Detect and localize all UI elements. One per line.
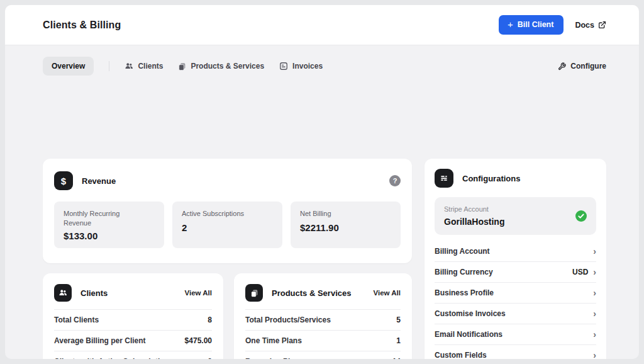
row-value: 2 <box>208 357 212 359</box>
config-label: Business Profile <box>435 288 494 297</box>
clients-title: Clients <box>80 288 108 298</box>
tab-invoices-label: Invoices <box>292 62 323 71</box>
list-item: Total Clients 8 <box>54 310 212 331</box>
users-icon <box>125 62 133 71</box>
row-value: 1 <box>396 336 401 345</box>
plus-icon: + <box>508 21 513 28</box>
products-stats-list: Total Products/Services 5 One Time Plans… <box>245 309 401 359</box>
config-label: Billing Currency <box>435 268 493 276</box>
config-item-customise-invoices[interactable]: Customise Invoices › <box>435 304 596 324</box>
chevron-right-icon: › <box>593 268 596 276</box>
list-item: Total Products/Services 5 <box>245 310 401 331</box>
revenue-card-header: $ Revenue ? <box>54 171 401 190</box>
page-header: Clients & Billing + Bill Client Docs <box>5 5 639 45</box>
config-label: Customise Invoices <box>435 309 506 318</box>
stat-label: Net Billing <box>300 209 375 219</box>
tab-overview[interactable]: Overview <box>43 57 94 76</box>
users-icon <box>54 284 72 302</box>
row-label: One Time Plans <box>245 336 302 345</box>
chevron-right-icon: › <box>593 288 596 297</box>
products-card-header: Products & Services View All <box>245 284 401 302</box>
configurations-card-header: Configurations <box>435 169 596 188</box>
clients-view-all-link[interactable]: View All <box>185 289 212 297</box>
chevron-right-icon: › <box>593 247 596 256</box>
chevron-right-icon: › <box>593 309 596 318</box>
stat-monthly-recurring-revenue: Monthly Recurring Revenue $133.00 <box>54 202 164 248</box>
configurations-card: Configurations Stripe Account GorillaHos… <box>425 159 606 359</box>
row-value: 5 <box>396 316 401 324</box>
row-value: 8 <box>208 316 212 324</box>
revenue-stats: Monthly Recurring Revenue $133.00 Active… <box>54 202 401 248</box>
products-title: Products & Services <box>272 288 351 298</box>
list-item: Average Billing per Client $475.00 <box>54 331 212 351</box>
stripe-account-label: Stripe Account <box>444 205 575 213</box>
tabs: Overview Clients Products & Services Inv <box>43 57 323 76</box>
config-value: USD <box>572 268 588 276</box>
external-link-icon <box>598 21 606 29</box>
clients-card: Clients View All Total Clients 8 Average… <box>43 273 223 359</box>
tab-separator <box>109 61 109 71</box>
stat-value: 2 <box>182 222 273 233</box>
list-item: Clients with Active Subscriptions 2 <box>54 351 212 359</box>
tab-products-label: Products & Services <box>191 62 264 71</box>
help-icon[interactable]: ? <box>389 175 401 186</box>
tab-products-services[interactable]: Products & Services <box>178 62 264 71</box>
tab-clients[interactable]: Clients <box>125 62 163 71</box>
check-circle-icon <box>575 210 587 222</box>
stripe-account-box[interactable]: Stripe Account GorillaHosting <box>435 197 596 235</box>
revenue-card: $ Revenue ? Monthly Recurring Revenue $1… <box>43 159 412 263</box>
row-label: Average Billing per Client <box>54 336 146 345</box>
stat-value: $2211.90 <box>300 222 391 233</box>
header-actions: + Bill Client Docs <box>499 15 606 35</box>
revenue-title: Revenue <box>82 176 116 186</box>
stat-active-subscriptions: Active Subscriptions 2 <box>172 202 282 248</box>
list-item: One Time Plans 1 <box>245 331 401 351</box>
clients-card-header: Clients View All <box>54 284 212 302</box>
docs-link[interactable]: Docs <box>575 21 606 30</box>
rows-icon <box>435 169 453 188</box>
wrench-icon <box>558 62 566 71</box>
row-value: 14 <box>392 357 401 359</box>
configurations-list: Billing Account › Billing Currency USD› … <box>435 241 596 359</box>
configurations-title: Configurations <box>462 174 520 183</box>
tab-invoices[interactable]: Invoices <box>279 62 323 71</box>
invoice-icon <box>279 62 288 71</box>
config-item-custom-fields[interactable]: Custom Fields › <box>435 345 596 359</box>
clients-stats-list: Total Clients 8 Average Billing per Clie… <box>54 309 212 359</box>
list-item: Recurring Plans 14 <box>245 351 401 359</box>
stat-label: Active Subscriptions <box>182 209 257 219</box>
tab-overview-label: Overview <box>52 62 85 71</box>
products-view-all-link[interactable]: View All <box>374 289 401 297</box>
app-window: Clients & Billing + Bill Client Docs Ove… <box>5 5 639 359</box>
bill-client-label: Bill Client <box>518 20 554 29</box>
configure-button[interactable]: Configure <box>558 62 606 71</box>
copy-icon <box>178 62 186 71</box>
config-label: Custom Fields <box>435 351 487 359</box>
row-label: Total Clients <box>54 316 99 324</box>
config-item-billing-account[interactable]: Billing Account › <box>435 241 596 262</box>
configure-label: Configure <box>570 62 606 71</box>
copy-icon <box>245 284 263 302</box>
config-item-email-notifications[interactable]: Email Notifications › <box>435 324 596 345</box>
tab-bar: Overview Clients Products & Services Inv <box>5 45 639 76</box>
docs-label: Docs <box>575 21 594 30</box>
tab-clients-label: Clients <box>138 62 163 71</box>
config-label: Email Notifications <box>435 330 502 339</box>
stripe-account-name: GorillaHosting <box>444 217 575 227</box>
config-item-business-profile[interactable]: Business Profile › <box>435 283 596 304</box>
chevron-right-icon: › <box>593 351 596 359</box>
chevron-right-icon: › <box>593 330 596 339</box>
config-label: Billing Account <box>435 247 490 256</box>
row-label: Recurring Plans <box>245 357 303 359</box>
row-label: Clients with Active Subscriptions <box>54 357 174 359</box>
stat-label: Monthly Recurring Revenue <box>64 209 139 229</box>
row-value: $475.00 <box>185 336 212 345</box>
row-label: Total Products/Services <box>245 316 331 324</box>
stat-net-billing: Net Billing $2211.90 <box>291 202 401 248</box>
config-item-billing-currency[interactable]: Billing Currency USD› <box>435 262 596 283</box>
dollar-icon: $ <box>54 171 73 190</box>
page-title: Clients & Billing <box>43 20 121 31</box>
bill-client-button[interactable]: + Bill Client <box>499 15 564 35</box>
stat-value: $133.00 <box>64 230 155 241</box>
products-services-card: Products & Services View All Total Produ… <box>234 273 412 359</box>
